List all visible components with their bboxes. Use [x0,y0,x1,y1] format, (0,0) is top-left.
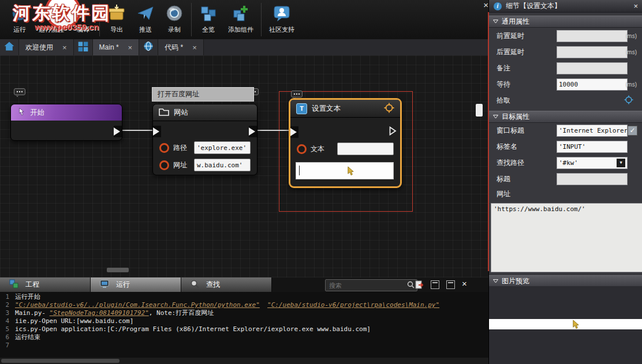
toolbar-compile-label: 编译 [77,25,89,34]
log-link[interactable]: "StepNodeTag:081409101792" [50,309,149,317]
toolbar-export-button[interactable]: 导出 [102,2,131,35]
rpa-studio-window: 运行 运行流程 编译 导出 推送 [0,0,642,364]
main-toolbar: 运行 运行流程 编译 导出 推送 [0,0,497,42]
toolbar-overview-button[interactable]: 全览 [194,2,223,35]
find-path-value: '#kw' [559,159,578,167]
code-globe-tab-button[interactable] [139,39,158,55]
log-text: Main.py- [15,309,50,317]
node-website[interactable]: 网站 路径 'explore.exe' 网址 w.baidu.com' [152,104,257,175]
close-icon[interactable]: × [462,279,467,288]
node-settext-title: 设置文本 [312,104,341,114]
text-input[interactable] [337,142,394,155]
node-settext[interactable]: 设置文本 文本 [289,98,402,188]
search-icon[interactable] [407,280,415,291]
toolbar-separator [261,3,262,36]
log-search-input[interactable] [328,282,407,290]
log-horizontal-scrollbar-track[interactable] [0,358,488,364]
node-settext-header[interactable]: 设置文本 [290,100,400,118]
log-link[interactable]: "C:/ueba/studio-v6/project\rpa\codes\Mai… [267,301,439,309]
output-port[interactable] [389,126,397,138]
window-title-checkbox[interactable] [628,126,637,136]
toolbar-run-flow-button[interactable]: 运行流程 [33,2,69,35]
section-general-properties[interactable]: 通用属性 [489,16,642,28]
close-icon[interactable]: × [192,43,197,52]
close-icon[interactable]: × [483,1,488,9]
export-log-button[interactable] [415,280,424,292]
post-delay-input[interactable] [557,46,628,58]
section-image-preview[interactable]: 图片预览 [489,275,642,287]
close-icon[interactable]: × [128,43,133,52]
input-port[interactable] [153,126,161,137]
node-note-label[interactable]: 打开百度网址 [152,87,254,102]
log-text: , Note:打开百度网址 [149,309,214,317]
tab-welcome[interactable]: 欢迎使用 × [19,39,74,55]
window-title-input[interactable]: 'Internet Explorer' [557,125,628,137]
panel-maximize-button[interactable] [446,280,455,289]
flow-grid-tab-button[interactable] [74,39,93,55]
document-tabbar: 欢迎使用 × Main * × 代码 * × [0,39,488,56]
panel-window-button[interactable] [431,280,439,289]
log-search-box [325,279,417,291]
log-link[interactable]: "C:/ueba/studio-v6/../plugin/Com.Isearch… [15,301,260,309]
value-port-icon[interactable] [159,143,169,153]
tab-code[interactable]: 代码 * × [158,39,204,55]
mouse-cursor-icon [347,166,354,178]
output-port-arrow-icon [114,127,120,136]
bottom-tab-project-label: 工程 [25,280,39,290]
url-input[interactable]: w.baidu.com' [194,159,251,171]
row-find-path: 查找路径 '#kw' [489,155,642,171]
path-input[interactable]: 'explore.exe' [194,141,251,154]
pick-crosshair-icon[interactable] [624,95,633,106]
find-path-combobox[interactable]: '#kw' [557,157,628,169]
text-value-box[interactable] [296,162,394,179]
close-icon[interactable]: × [633,2,638,10]
overview-icon [199,3,218,24]
node-start-header[interactable]: 开始 [11,104,122,121]
value-port-icon[interactable] [297,144,307,154]
url-textarea[interactable]: 'https://www.baidu.com/' [491,203,642,272]
toolbar-add-component-button[interactable]: 添加组件 [223,2,259,35]
toolbar-run-button[interactable]: 运行 [6,2,33,35]
target-crosshair-icon[interactable] [384,103,394,115]
log-text: 运行结束 [15,333,40,342]
pre-delay-input[interactable] [557,30,628,42]
dropdown-arrow-icon[interactable] [617,159,625,167]
bottom-tab-find[interactable]: 查找 [181,277,272,292]
section-title: 通用属性 [502,17,529,27]
canvas-vertical-scrollbar[interactable] [476,104,483,117]
mouse-cursor-icon [572,320,580,332]
node-website-header[interactable]: 网站 [153,104,257,121]
remark-input[interactable] [557,62,628,74]
log-text: 运行开始 [15,293,40,301]
title-input[interactable] [557,173,628,185]
output-port[interactable] [114,126,122,137]
collapse-arrow-icon [493,279,498,283]
log-horizontal-scrollbar-thumb[interactable] [1,359,120,363]
input-port[interactable] [290,126,298,138]
toolbar-record-button[interactable]: 录制 [160,2,189,35]
home-tab-button[interactable] [0,39,19,55]
node-start[interactable]: 开始 [10,104,122,141]
bottom-tab-run[interactable]: 运行 [91,277,181,292]
comment-icon[interactable] [14,88,25,100]
canvas-horizontal-scrollbar[interactable] [107,268,129,272]
log-line: 4 iie.py-Open URL:[www.baidu.com] [0,317,488,325]
log-line: 2 "C:/ueba/studio-v6/../plugin/Com.Isear… [0,301,488,309]
tag-name-input[interactable]: 'INPUT' [557,141,628,153]
toolbar-run-label: 运行 [13,25,26,34]
section-target-properties[interactable]: 目标属性 [489,111,642,123]
value-port-icon[interactable] [159,160,169,170]
text-label: 文本 [311,144,324,154]
wait-input[interactable]: 10000 [557,78,628,91]
run-log-output[interactable]: 1 运行开始 2 "C:/ueba/studio-v6/../plugin/Co… [0,292,488,359]
toolbar-push-button[interactable]: 推送 [131,2,160,35]
log-line: 5 ics.py-Open application:[C:/Program Fi… [0,325,488,333]
close-icon[interactable]: × [62,43,67,52]
output-port[interactable] [249,126,257,137]
tab-main[interactable]: Main * × [93,39,140,55]
text-caret [299,166,300,175]
bottom-tab-project[interactable]: 工程 [0,277,91,292]
toolbar-compile-button[interactable]: 编译 [69,2,97,35]
flow-canvas[interactable]: 打开百度网址 开始 网站 [0,55,488,277]
toolbar-community-button[interactable]: 社区支持 [264,2,300,35]
